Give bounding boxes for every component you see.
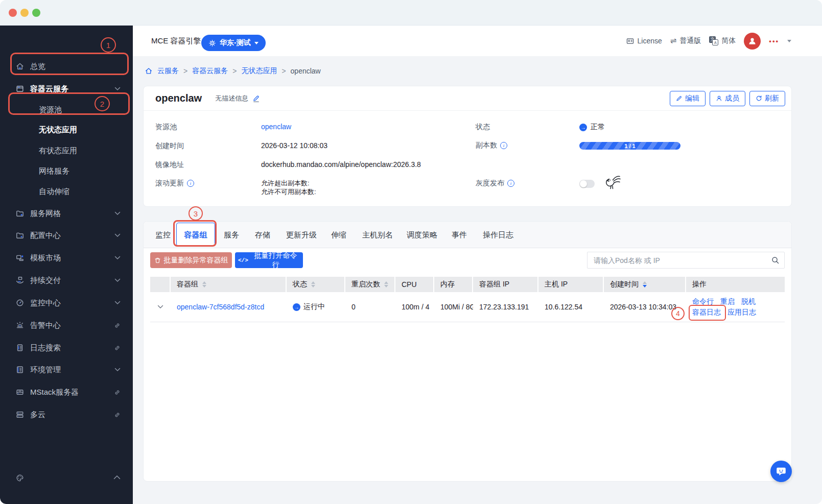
sidebar-item-overview[interactable]: 总览 (0, 56, 133, 77)
sidebar-item-monitor-center[interactable]: 监控中心 (0, 293, 133, 313)
col-status[interactable]: 状态 (287, 277, 345, 292)
tab-monitor[interactable]: 监控 (155, 222, 171, 248)
breadcrumb-current: openclaw (291, 67, 321, 75)
license-button[interactable]: License (626, 37, 662, 45)
maximize-window-button[interactable] (32, 9, 40, 17)
chevron-down-icon (114, 301, 121, 305)
tab-events[interactable]: 事件 (452, 222, 467, 248)
home-icon (15, 62, 25, 71)
sort-icon[interactable] (202, 281, 206, 287)
tab-update-upgrade[interactable]: 更新升级 (286, 222, 317, 248)
search-icon[interactable] (771, 256, 780, 265)
sidebar-item-auto-scaling[interactable]: 自动伸缩 (0, 181, 133, 202)
row-actions: 命令行 重启 脱机 容器日志 应用日志 (686, 292, 785, 322)
members-button[interactable]: 成员 (710, 91, 745, 106)
external-link-icon (114, 412, 121, 418)
external-link-icon (114, 389, 121, 396)
action-terminal[interactable]: 命令行 (692, 297, 714, 306)
sidebar-item-stateful-app[interactable]: 有状态应用 (0, 140, 133, 161)
theme-palette-icon[interactable] (15, 473, 25, 483)
cluster-selector[interactable]: 华东-测试 (201, 35, 266, 51)
sort-icon[interactable] (311, 281, 315, 287)
gray-release-toggle[interactable] (579, 180, 595, 188)
multi-cloud-icon (15, 410, 25, 419)
language-switch[interactable]: 文A 简体 (709, 36, 736, 45)
action-offline[interactable]: 脱机 (741, 297, 756, 306)
support-chat-button[interactable] (770, 461, 792, 482)
home-icon[interactable] (145, 67, 153, 75)
sidebar-item-continuous-delivery[interactable]: 持续交付 (0, 270, 133, 291)
sidebar-item-container-cloud-service[interactable]: 容器云服务 (0, 79, 133, 99)
table-header: 容器组 状态 重启次数 CPU 内存 容器组 IP 主机 IP 创建时间 操作 (150, 277, 785, 292)
user-avatar[interactable] (744, 33, 761, 50)
sidebar-item-env-manage[interactable]: 环境管理 (0, 359, 133, 380)
action-container-log[interactable]: 容器日志 (692, 307, 721, 317)
col-expand (150, 277, 171, 292)
info-icon[interactable]: i (500, 142, 507, 149)
breadcrumb-stateless-app[interactable]: 无状态应用 (241, 66, 277, 76)
col-host-ip: 主机 IP (538, 277, 604, 292)
collapse-sidebar-icon[interactable] (113, 475, 121, 479)
edition-switch[interactable]: ⇌ 普通版 (670, 36, 701, 45)
license-icon (626, 37, 635, 45)
sidebar-item-service-mesh[interactable]: 服务网格 (0, 203, 133, 224)
batch-terminal-button[interactable]: </> 批量打开命令行 (235, 252, 303, 268)
edit-button[interactable]: 编辑 (670, 91, 706, 106)
tab-service[interactable]: 服务 (224, 222, 239, 248)
pod-cpu: 100m / 4 (395, 292, 434, 322)
pod-restarts: 0 (345, 292, 395, 322)
sidebar-item-stateless-app[interactable]: 无状态应用 (0, 119, 133, 140)
col-created[interactable]: 创建时间 (604, 277, 686, 292)
sidebar-item-log-search[interactable]: 日志搜索 (0, 338, 133, 358)
action-app-log[interactable]: 应用日志 (727, 307, 756, 317)
sort-icon-active-desc[interactable] (643, 281, 647, 287)
breadcrumb-cloud-service[interactable]: 云服务 (157, 66, 179, 76)
action-restart[interactable]: 重启 (720, 297, 735, 306)
app-window: 总览 容器云服务 资源池 无状态应用 有状态应用 网络服务 自动伸缩 服务网格 (0, 0, 822, 504)
container-service-icon (15, 84, 25, 93)
sidebar-item-config-center[interactable]: 配置中心 (0, 225, 133, 246)
row-expand-chevron[interactable] (150, 292, 171, 322)
sidebar-item-template-market[interactable]: 模板市场 (0, 248, 133, 268)
sort-icon[interactable] (384, 281, 388, 287)
refresh-button[interactable]: 刷新 (749, 91, 785, 106)
tab-operation-log[interactable]: 操作日志 (483, 222, 513, 248)
tab-schedule-policy[interactable]: 调度策略 (407, 222, 437, 248)
tab-host-alias[interactable]: 主机别名 (362, 222, 393, 248)
code-icon: </> (238, 257, 248, 263)
tab-storage[interactable]: 存储 (255, 222, 270, 248)
tab-container-group[interactable]: 容器组 (176, 223, 215, 246)
col-restarts[interactable]: 重启次数 (345, 277, 395, 292)
sidebar-item-alert-center[interactable]: 告警中心 (0, 315, 133, 335)
sidebar-item-multi-cloud[interactable]: 多云 (0, 404, 133, 425)
info-icon[interactable]: i (187, 180, 194, 187)
col-container-group[interactable]: 容器组 (171, 277, 287, 292)
app-description: 无描述信息 (215, 94, 248, 103)
status-running-icon: → (293, 303, 300, 311)
col-actions: 操作 (686, 277, 785, 292)
breadcrumb: 云服务 > 容器云服务 > 无状态应用 > openclaw (145, 56, 321, 86)
batch-delete-button[interactable]: 批量删除异常容器组 (150, 252, 232, 268)
pod-search-input[interactable] (587, 252, 785, 269)
swap-arrows-icon: ⇌ (670, 36, 677, 45)
host-ip: 10.6.122.54 (538, 292, 604, 322)
info-icon[interactable]: i (507, 180, 514, 187)
sidebar-item-resource-pool[interactable]: 资源池 (0, 100, 133, 120)
minimize-window-button[interactable] (20, 9, 29, 17)
rolling-update-label: 滚动更新i (155, 179, 194, 188)
more-menu-icon[interactable]: ••• (769, 37, 779, 45)
tab-scaling[interactable]: 伸缩 (331, 222, 346, 248)
product-switcher[interactable]: MCE 容器引擎 (151, 26, 209, 56)
sidebar-item-mstack-server[interactable]: MStack服务器 (0, 382, 133, 402)
chevron-down-icon[interactable] (787, 40, 791, 42)
breadcrumb-container-cloud[interactable]: 容器云服务 (192, 66, 228, 76)
pool-value-link[interactable]: openclaw (261, 123, 291, 131)
sidebar-item-network-service[interactable]: 网络服务 (0, 161, 133, 181)
edit-description-icon[interactable] (252, 94, 260, 103)
close-window-button[interactable] (9, 9, 17, 17)
chat-smiley-icon (776, 466, 787, 477)
pod-name-link[interactable]: openclaw-7cf568df5d-z8tcd (171, 292, 287, 322)
alert-center-icon (15, 321, 25, 330)
mstack-server-icon (15, 388, 25, 397)
status-label: 状态 (476, 123, 490, 132)
